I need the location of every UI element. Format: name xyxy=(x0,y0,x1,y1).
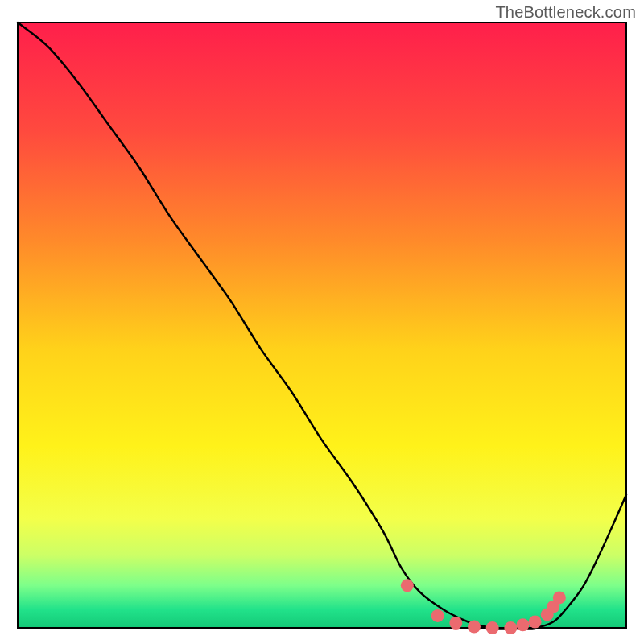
gradient-background xyxy=(18,23,626,628)
bottleneck-chart xyxy=(0,0,644,644)
attribution-label: TheBottleneck.com xyxy=(495,3,636,22)
curve-marker xyxy=(529,615,542,628)
curve-marker xyxy=(468,620,481,633)
curve-marker xyxy=(401,579,414,592)
chart-stage: TheBottleneck.com xyxy=(0,0,644,644)
curve-marker xyxy=(486,621,499,634)
curve-marker xyxy=(504,621,517,634)
curve-marker xyxy=(516,618,529,631)
curve-marker xyxy=(553,591,566,604)
curve-marker xyxy=(431,609,444,622)
curve-marker xyxy=(449,617,462,630)
